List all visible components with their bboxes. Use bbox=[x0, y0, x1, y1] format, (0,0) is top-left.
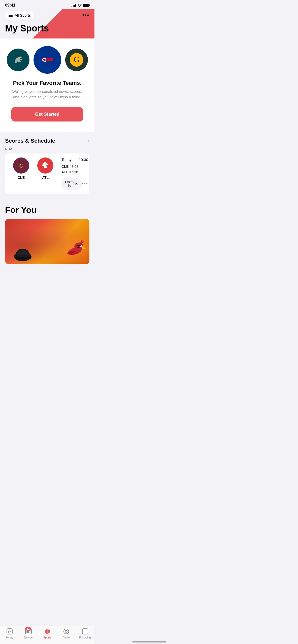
svg-text:G: G bbox=[74, 55, 80, 64]
for-you-section: For You bbox=[0, 199, 94, 264]
following-label: Following bbox=[79, 636, 91, 639]
eagles-logo bbox=[7, 49, 29, 71]
battery-icon bbox=[83, 4, 89, 7]
cardinals-bird-icon bbox=[62, 236, 87, 262]
tab-sports[interactable]: Sports bbox=[40, 628, 55, 639]
game-records: CLE 48-28 ATL 37-38 bbox=[61, 164, 88, 175]
following-icon bbox=[82, 628, 89, 635]
all-sports-label: All Sports bbox=[15, 13, 31, 17]
status-icons bbox=[72, 4, 89, 7]
cle-abbr: CLE bbox=[18, 176, 25, 180]
scores-section: Scores & Schedule › NBA C CLE bbox=[0, 132, 94, 194]
svg-point-29 bbox=[65, 630, 67, 632]
helmet-shape bbox=[13, 244, 33, 262]
pick-teams-subtitle: We'll give you personalized news, scores… bbox=[10, 89, 85, 100]
apple-tv-icon: tv bbox=[75, 182, 78, 186]
svg-point-9 bbox=[45, 163, 46, 164]
status-time: 09:41 bbox=[5, 3, 15, 8]
audio-icon bbox=[63, 628, 70, 635]
tab-bar: Today 12 News+ Sports bbox=[0, 626, 94, 644]
game-card: C CLE ATL Toda bbox=[5, 153, 89, 194]
svg-rect-23 bbox=[26, 632, 29, 633]
hawks-logo bbox=[37, 157, 53, 174]
svg-rect-19 bbox=[8, 632, 9, 633]
header-nav: All Sports ••• bbox=[5, 11, 89, 19]
game-info: Today 19:30 CLE 48-28 ATL 37-38 bbox=[57, 157, 88, 190]
news-label: News+ bbox=[24, 636, 33, 639]
game-more-options[interactable]: ••• bbox=[82, 181, 88, 187]
packers-logo: G bbox=[65, 49, 88, 71]
status-bar: 09:41 bbox=[0, 0, 94, 9]
more-options-button[interactable]: ••• bbox=[83, 12, 89, 18]
game-actions: Open in tv ••• bbox=[61, 178, 88, 190]
league-label: NBA bbox=[5, 147, 89, 151]
svg-rect-30 bbox=[82, 629, 88, 634]
today-icon bbox=[6, 628, 13, 635]
all-sports-button[interactable]: All Sports bbox=[5, 11, 34, 19]
open-tv-button[interactable]: Open in tv bbox=[61, 178, 82, 190]
game-date: Today bbox=[61, 157, 72, 162]
svg-text:C: C bbox=[19, 163, 23, 169]
svg-rect-22 bbox=[26, 631, 29, 632]
tab-spacer bbox=[0, 264, 94, 287]
svg-rect-27 bbox=[46, 631, 48, 634]
game-time: 19:30 bbox=[79, 157, 88, 162]
atl-record: ATL 37-38 bbox=[61, 169, 88, 175]
news-icon: 12 bbox=[25, 628, 32, 635]
wifi-icon bbox=[78, 4, 82, 7]
cavaliers-logo: C bbox=[13, 157, 29, 174]
svg-rect-16 bbox=[7, 630, 12, 630]
hamburger-icon bbox=[9, 14, 13, 17]
sports-icon bbox=[44, 628, 51, 635]
svg-rect-26 bbox=[46, 629, 48, 631]
svg-rect-17 bbox=[8, 631, 9, 632]
audio-label: Audio bbox=[62, 636, 70, 639]
news-badge: 12 bbox=[25, 627, 31, 630]
tab-today[interactable]: Today bbox=[2, 628, 17, 639]
cle-record: CLE 48-28 bbox=[61, 164, 88, 169]
teams-section: G Pick Your Favorite Teams. We'll give y… bbox=[0, 38, 94, 132]
sports-label: Sports bbox=[43, 636, 51, 639]
pick-teams-title: Pick Your Favorite Teams. bbox=[5, 80, 89, 86]
svg-rect-18 bbox=[10, 631, 11, 632]
game-datetime: Today 19:30 bbox=[61, 157, 88, 162]
team-atl: ATL bbox=[33, 157, 57, 190]
team-logos: G bbox=[5, 46, 89, 74]
tab-audio[interactable]: Audio bbox=[59, 628, 74, 639]
svg-point-13 bbox=[81, 246, 82, 247]
header: All Sports ••• My Sports bbox=[0, 9, 94, 38]
scores-header: Scores & Schedule › bbox=[5, 138, 89, 144]
today-label: Today bbox=[6, 636, 13, 639]
tab-following[interactable]: Following bbox=[78, 628, 93, 639]
scores-chevron-icon[interactable]: › bbox=[88, 138, 89, 144]
for-you-card[interactable] bbox=[5, 219, 89, 264]
get-started-button[interactable]: Get Started bbox=[11, 107, 83, 122]
game-teams-row: C CLE ATL Toda bbox=[9, 157, 85, 190]
scores-title: Scores & Schedule bbox=[5, 138, 55, 144]
for-you-title: For You bbox=[5, 205, 89, 215]
page-title: My Sports bbox=[5, 23, 89, 33]
svg-point-1 bbox=[19, 57, 21, 58]
team-cle: C CLE bbox=[9, 157, 33, 190]
signal-icon bbox=[72, 4, 76, 7]
atl-abbr: ATL bbox=[42, 176, 49, 180]
bills-logo bbox=[34, 46, 61, 74]
tab-news[interactable]: 12 News+ bbox=[21, 628, 36, 639]
